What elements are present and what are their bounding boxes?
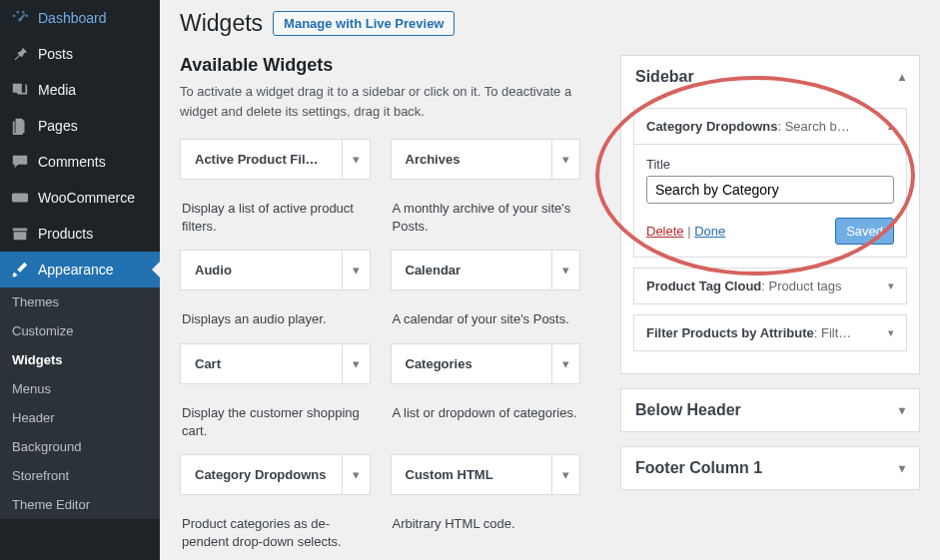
media-icon (10, 80, 30, 100)
widget-title: Cart (181, 344, 342, 383)
nav-label: WooCommerce (38, 190, 135, 206)
chevron-down-icon[interactable]: ▾ (342, 140, 370, 179)
nav-label: Appearance (38, 262, 114, 278)
nav-label: Posts (38, 46, 73, 62)
chevron-down-icon: ▾ (899, 403, 905, 417)
subnav-item-header[interactable]: Header (0, 403, 160, 432)
chevron-down-icon[interactable]: ▾ (342, 251, 370, 289)
widget-description: Displays an audio player. (180, 300, 371, 332)
delete-link[interactable]: Delete (646, 224, 684, 239)
widget-area-title: Sidebar (635, 68, 694, 86)
widget-area-below-header: Below Header▾ (620, 388, 920, 432)
widget-title: Categories (392, 344, 552, 383)
svg-rect-0 (12, 194, 28, 203)
done-link[interactable]: Done (694, 224, 725, 239)
placed-widget: Filter Products by Attribute: Filt…▾ (633, 314, 907, 351)
widget-title-input[interactable] (646, 176, 894, 204)
placed-widget-name: Category Dropdowns: Search b… (646, 119, 880, 134)
widget-area-title: Below Header (635, 401, 741, 419)
saved-button[interactable]: Saved (835, 218, 894, 245)
chevron-down-icon: ▾ (888, 326, 894, 339)
page-title: Widgets (180, 10, 263, 37)
widget-title: Active Product Fil… (181, 140, 342, 179)
nav-item-products[interactable]: Products (0, 216, 160, 252)
widget-description: A monthly archive of your site's Posts. (391, 190, 581, 240)
chevron-down-icon[interactable]: ▾ (551, 251, 579, 289)
chevron-down-icon[interactable]: ▾ (551, 344, 579, 383)
chevron-down-icon[interactable]: ▾ (551, 140, 579, 179)
subnav-item-menus[interactable]: Menus (0, 374, 160, 403)
admin-sidebar: DashboardPostsMediaPagesCommentsWooComme… (0, 0, 160, 560)
available-widget[interactable]: Calendar▾ (391, 250, 581, 290)
widget-area-header[interactable]: Sidebar▴ (621, 56, 919, 98)
widget-area-header[interactable]: Footer Column 1▾ (621, 447, 919, 489)
archive-icon (10, 224, 30, 244)
placed-widget: Product Tag Cloud: Product tags▾ (633, 268, 907, 304)
manage-live-preview-button[interactable]: Manage with Live Preview (273, 11, 455, 36)
subnav-item-theme-editor[interactable]: Theme Editor (0, 490, 160, 519)
subnav-item-background[interactable]: Background (0, 432, 160, 461)
widget-description: A list or dropdown of categories. (391, 394, 581, 444)
widget-title: Custom HTML (392, 455, 552, 494)
chevron-up-icon: ▴ (899, 70, 905, 84)
chevron-down-icon: ▾ (888, 280, 894, 292)
nav-item-pages[interactable]: Pages (0, 108, 160, 144)
widget-title: Calendar (392, 251, 552, 289)
nav-item-posts[interactable]: Posts (0, 36, 160, 72)
available-widget[interactable]: Active Product Fil…▾ (180, 139, 371, 180)
placed-widget-header[interactable]: Filter Products by Attribute: Filt…▾ (634, 315, 906, 350)
placed-widget-header[interactable]: Product Tag Cloud: Product tags▾ (634, 269, 906, 303)
available-widget[interactable]: Categories▾ (391, 343, 581, 384)
widget-description: Product categories as de­pendent drop-do… (180, 505, 371, 555)
available-widget[interactable]: Custom HTML▾ (391, 454, 581, 495)
subnav-item-widgets[interactable]: Widgets (0, 345, 160, 374)
gauge-icon (10, 8, 30, 28)
separator: | (687, 224, 690, 239)
widget-description: Display the customer shop­ping cart. (180, 394, 371, 444)
nav-item-appearance[interactable]: Appearance (0, 252, 160, 287)
nav-label: Comments (38, 154, 106, 170)
widget-title: Category Dropdowns (181, 455, 342, 494)
available-widgets-heading: Available Widgets (180, 55, 580, 76)
chevron-down-icon[interactable]: ▾ (342, 344, 370, 383)
nav-label: Media (38, 82, 76, 98)
widget-description: Arbitrary HTML code. (391, 505, 581, 555)
chevron-up-icon: ▴ (888, 120, 894, 133)
nav-item-comments[interactable]: Comments (0, 144, 160, 180)
nav-item-dashboard[interactable]: Dashboard (0, 0, 160, 36)
available-widget[interactable]: Category Dropdowns▾ (180, 454, 371, 495)
widget-area-sidebar: Sidebar▴Category Dropdowns: Search b…▴Ti… (620, 55, 920, 374)
widget-area-title: Footer Column 1 (635, 459, 762, 477)
comment-icon (10, 152, 30, 172)
nav-item-woocommerce[interactable]: WooCommerce (0, 180, 160, 216)
chevron-down-icon[interactable]: ▾ (551, 455, 579, 494)
available-widget[interactable]: Audio▾ (180, 250, 371, 290)
widget-area-header[interactable]: Below Header▾ (621, 389, 919, 431)
placed-widget-name: Product Tag Cloud: Product tags (646, 279, 880, 293)
woo-icon (10, 188, 30, 208)
widget-area-footer-column-1: Footer Column 1▾ (620, 446, 920, 490)
available-widgets-description: To activate a widget drag it to a sideba… (180, 82, 580, 121)
chevron-down-icon[interactable]: ▾ (342, 455, 370, 494)
subnav-item-storefront[interactable]: Storefront (0, 461, 160, 490)
nav-label: Pages (38, 118, 78, 134)
chevron-down-icon: ▾ (899, 461, 905, 475)
nav-label: Products (38, 226, 93, 242)
widget-description: Display a list of active prod­uct filter… (180, 190, 371, 240)
available-widget[interactable]: Cart▾ (180, 343, 371, 384)
nav-label: Dashboard (38, 10, 107, 26)
pin-icon (10, 44, 30, 64)
placed-widget-body: TitleDelete | DoneSaved (634, 144, 906, 257)
nav-item-media[interactable]: Media (0, 72, 160, 108)
placed-widget-header[interactable]: Category Dropdowns: Search b…▴ (634, 109, 906, 144)
widget-title: Audio (181, 251, 342, 289)
placed-widget-name: Filter Products by Attribute: Filt… (646, 325, 880, 340)
subnav-item-themes[interactable]: Themes (0, 287, 160, 316)
subnav-item-customize[interactable]: Customize (0, 316, 160, 345)
placed-widget: Category Dropdowns: Search b…▴TitleDelet… (633, 108, 907, 258)
main-content: Widgets Manage with Live Preview Availab… (160, 0, 940, 560)
pages-icon (10, 116, 30, 136)
widget-title: Archives (392, 140, 552, 179)
field-label-title: Title (646, 157, 894, 172)
available-widget[interactable]: Archives▾ (391, 139, 581, 180)
